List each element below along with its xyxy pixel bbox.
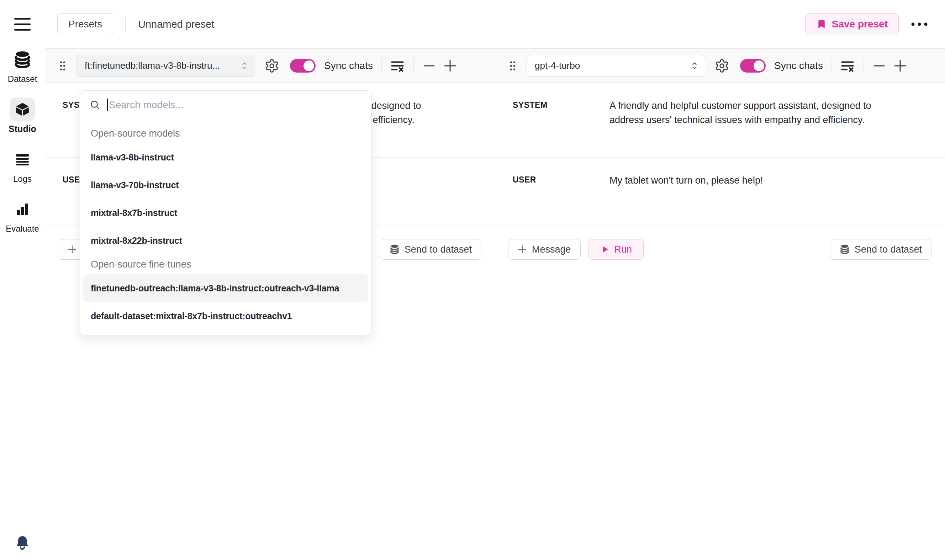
model-option[interactable]: mixtral-8x22b-instruct	[83, 227, 368, 254]
chevron-up-down-icon	[691, 60, 699, 71]
send-to-dataset-button[interactable]: Send to dataset	[830, 239, 931, 260]
save-preset-button[interactable]: Save preset	[805, 13, 899, 35]
settings-gear-icon[interactable]	[264, 58, 279, 73]
drag-handle-icon[interactable]	[509, 60, 517, 71]
studio-page: Dataset Studio	[0, 0, 945, 560]
database-icon	[840, 244, 850, 255]
sidebar-item-label: Dataset	[8, 74, 37, 84]
model-option[interactable]: default-dataset:mixtral-8x7b-instruct:ou…	[83, 302, 368, 330]
message-row-system[interactable]: SYSTEM A friendly and helpful customer s…	[495, 83, 945, 158]
remove-panel-minus-icon[interactable]	[423, 59, 436, 72]
header-divider	[831, 59, 832, 72]
sidebar-item-logs[interactable]: Logs	[9, 148, 35, 184]
presets-button[interactable]: Presets	[57, 13, 113, 35]
settings-gear-icon[interactable]	[714, 58, 730, 73]
preset-name: Unnamed preset	[138, 18, 214, 30]
sidebar: Dataset Studio	[0, 0, 45, 560]
header-divider	[414, 59, 414, 72]
sidebar-item-label: Logs	[13, 174, 32, 184]
database-icon	[389, 244, 400, 255]
topbar-divider	[125, 17, 126, 31]
text-caret	[107, 98, 108, 111]
play-icon	[600, 245, 609, 254]
sidebar-item-evaluate[interactable]: Evaluate	[6, 197, 39, 234]
drag-handle-icon[interactable]	[59, 60, 66, 71]
send-to-dataset-button[interactable]: Send to dataset	[380, 239, 482, 260]
chevron-up-down-icon	[240, 60, 248, 71]
model-select[interactable]: ft:finetunedb:llama-v3-8b-instru...	[77, 55, 255, 77]
ellipsis-icon	[911, 22, 928, 26]
clear-chat-icon[interactable]	[840, 58, 855, 73]
database-icon	[9, 48, 35, 71]
model-dropdown-list: Open-source models llama-v3-8b-instruct …	[80, 119, 371, 335]
sidebar-item-label: Studio	[9, 124, 36, 134]
message-text: My tablet won't turn on, please help!	[609, 173, 763, 226]
sidebar-item-dataset[interactable]: Dataset	[8, 48, 37, 84]
sidebar-item-studio[interactable]: Studio	[9, 97, 36, 134]
panel-left-header: ft:finetunedb:llama-v3-8b-instru... Sync…	[45, 49, 495, 83]
panel-right-header: gpt-4-turbo Sync chats	[495, 49, 945, 83]
message-role-label: SYSTEM	[513, 98, 609, 157]
model-dropdown: Open-source models llama-v3-8b-instruct …	[80, 90, 371, 335]
topbar-actions: Save preset	[805, 13, 931, 35]
more-options-button[interactable]	[908, 19, 931, 29]
add-panel-plus-icon[interactable]	[443, 59, 457, 72]
run-button[interactable]: Run	[588, 239, 644, 260]
logs-icon	[9, 148, 35, 171]
sync-chats-label: Sync chats	[324, 60, 373, 72]
send-to-dataset-label: Send to dataset	[855, 244, 922, 255]
model-select-value: gpt-4-turbo	[535, 60, 691, 71]
model-select-value: ft:finetunedb:llama-v3-8b-instru...	[85, 60, 240, 71]
model-group-label: Open-source models	[80, 123, 371, 143]
model-group-label: Open-source fine-tunes	[80, 254, 371, 274]
model-select[interactable]: gpt-4-turbo	[526, 55, 705, 77]
sync-chats-label: Sync chats	[774, 60, 823, 72]
playground-panels: ft:finetunedb:llama-v3-8b-instru... Sync…	[45, 49, 945, 560]
cube-icon	[9, 97, 35, 121]
model-search-input[interactable]	[109, 99, 362, 111]
model-search-row	[80, 91, 371, 119]
header-divider	[382, 59, 382, 72]
bar-chart-icon	[9, 197, 35, 221]
clear-chat-icon[interactable]	[390, 58, 405, 73]
search-icon	[89, 99, 101, 111]
add-panel-plus-icon[interactable]	[893, 59, 907, 72]
panel-right: gpt-4-turbo Sync chats	[495, 49, 945, 560]
save-preset-label: Save preset	[832, 18, 888, 30]
message-text: A friendly and helpful customer support …	[609, 98, 903, 157]
header-divider	[863, 59, 864, 72]
remove-panel-minus-icon[interactable]	[873, 59, 886, 72]
model-option-highlighted[interactable]: finetunedb-outreach:llama-v3-8b-instruct…	[83, 274, 368, 302]
add-message-button[interactable]: Message	[508, 239, 581, 260]
panel-right-actions: Message Run	[495, 226, 945, 260]
hamburger-menu-icon[interactable]	[14, 15, 31, 33]
sync-chats-toggle[interactable]	[290, 59, 316, 72]
sync-chats-toggle[interactable]	[740, 59, 766, 72]
bookmark-icon	[816, 19, 827, 29]
message-role-label: USER	[513, 173, 609, 226]
plus-icon	[68, 245, 77, 254]
panel-left: ft:finetunedb:llama-v3-8b-instru... Sync…	[45, 49, 495, 560]
message-row-user[interactable]: USER My tablet won't turn on, please hel…	[495, 158, 945, 226]
run-label: Run	[614, 244, 632, 255]
add-message-label: Message	[532, 244, 571, 255]
sidebar-item-label: Evaluate	[6, 224, 39, 234]
model-option[interactable]: llama-v3-70b-instruct	[83, 171, 368, 199]
notifications-bell-icon[interactable]	[14, 534, 31, 552]
send-to-dataset-label: Send to dataset	[405, 244, 472, 255]
model-option[interactable]: llama-v3-8b-instruct	[83, 143, 368, 171]
model-option[interactable]: mixtral-8x7b-instruct	[83, 199, 368, 227]
plus-icon	[518, 245, 527, 254]
topbar: Presets Unnamed preset Save preset	[45, 0, 945, 49]
sidebar-nav: Dataset Studio	[6, 48, 39, 234]
